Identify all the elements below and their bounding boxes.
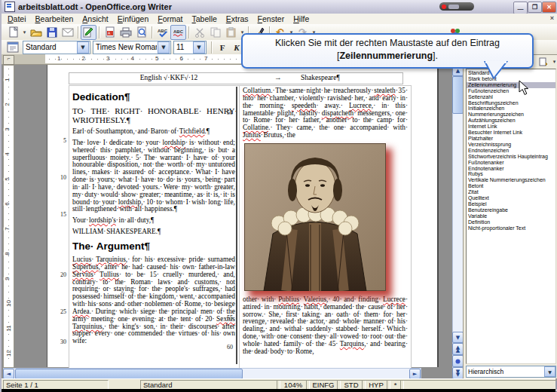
email-icon[interactable]: [60, 25, 75, 40]
paragraph-style-combo[interactable]: Standard ▼: [23, 41, 90, 54]
chevron-down-icon[interactable]: ▼: [193, 41, 205, 54]
left-column: Dedication¶ TO· THE· RIGHT· HONORABLE· H…: [69, 85, 241, 370]
column-separator-line: [236, 87, 237, 364]
ruler-number: 5: [155, 55, 158, 62]
previous-page-icon[interactable]: ▲▲: [452, 343, 464, 355]
misspelled-word: Tichfield: [179, 127, 205, 135]
save-icon[interactable]: [44, 25, 60, 40]
new-document-icon[interactable]: [5, 25, 21, 40]
style-item[interactable]: Endnotenanker: [467, 166, 555, 172]
style-item[interactable]: Aufzählungszeichen: [467, 118, 555, 124]
misspelled-word: Tarquinius: [72, 323, 103, 330]
misspelled-word: lordship: [118, 198, 141, 206]
shakespeare-portrait[interactable]: [244, 143, 386, 291]
menu-item-fenster[interactable]: Fenster: [253, 14, 289, 23]
ruler-number: 2: [4, 103, 11, 106]
font-name-combo[interactable]: Times New Roman ▼: [93, 41, 171, 54]
new-style-from-selection-icon[interactable]: [537, 56, 549, 68]
navigation-icon[interactable]: [452, 355, 464, 367]
chevron-down-icon[interactable]: ▼: [77, 41, 89, 54]
stylist-toggle-icon[interactable]: [5, 40, 20, 55]
scroll-right-icon[interactable]: ►: [409, 369, 421, 379]
style-item[interactable]: Stark betont: [467, 76, 555, 82]
menu-item-ansicht[interactable]: Ansicht: [78, 14, 112, 23]
vertical-ruler[interactable]: 123456789101112: [3, 65, 14, 368]
ruler-number: 10: [5, 300, 12, 307]
style-item[interactable]: Variable: [467, 213, 555, 219]
vertical-scrollbar-thumb[interactable]: [452, 76, 464, 114]
edit-file-icon[interactable]: [81, 25, 96, 40]
next-page-icon[interactable]: ▼▼: [452, 367, 464, 379]
style-item[interactable]: Beschriftungszeichen: [467, 100, 555, 106]
new-document-dropdown-icon[interactable]: ▾: [21, 29, 28, 35]
window-bottom-edge: [2, 389, 555, 392]
style-item[interactable]: Fußnotenzeichen: [467, 88, 555, 94]
cut-icon[interactable]: [191, 25, 207, 40]
style-item[interactable]: Beispiel: [467, 201, 555, 207]
style-item[interactable]: Platzhalter: [467, 136, 555, 142]
style-item[interactable]: Seitenzahl: [467, 94, 555, 100]
style-item[interactable]: Besuchter Internet Link: [467, 130, 555, 136]
scroll-left-icon[interactable]: ◄: [3, 369, 14, 379]
style-item[interactable]: Verzeichnissprung: [467, 142, 555, 148]
menu-item-format[interactable]: Format: [153, 14, 187, 23]
window-title: arbeitsblatt.odt - OpenOffice.org Writer: [18, 2, 172, 11]
spellcheck-icon[interactable]: ABC: [155, 25, 170, 40]
bold-button[interactable]: F: [216, 43, 228, 52]
menu-item-extras[interactable]: Extras: [222, 14, 253, 23]
toolbar-separator: [151, 26, 152, 38]
svg-text:ABC: ABC: [173, 29, 184, 34]
toolbar-separator: [78, 26, 78, 38]
style-item[interactable]: Rubys: [467, 171, 555, 177]
menu-item-tabelle[interactable]: Tabelle: [188, 14, 222, 23]
page-preview-icon[interactable]: [133, 25, 149, 40]
restore-button[interactable]: ❐: [528, 2, 542, 13]
copy-icon[interactable]: [207, 25, 223, 40]
tab-type-selector[interactable]: ⌐: [3, 55, 14, 65]
new-style-dropdown-icon[interactable]: ▾: [551, 59, 557, 65]
ruler-number: 3: [106, 55, 109, 62]
chevron-down-icon[interactable]: ▼: [544, 366, 555, 377]
statusbar: Seite 1 / 1 Standard 104% EINFG STD HYP …: [2, 378, 555, 390]
style-item[interactable]: Fußnotenanker: [467, 160, 555, 166]
style-item[interactable]: Nicht-proportionaler Text: [467, 225, 555, 231]
style-item[interactable]: Zitat: [467, 189, 555, 195]
style-item[interactable]: Stichwortverzeichnis Haupteintrag: [467, 154, 555, 160]
auto-spellcheck-icon[interactable]: ABC: [170, 25, 186, 40]
style-item[interactable]: Benutzereingabe: [467, 207, 555, 213]
menu-item-datei[interactable]: Datei: [3, 14, 31, 23]
style-item[interactable]: Internet Link: [467, 124, 555, 130]
horizontal-scrollbar-thumb[interactable]: [15, 369, 243, 379]
misspelled-word: Valerius: [304, 296, 326, 303]
misspelled-word: Lucrece: [383, 296, 406, 303]
style-item[interactable]: Quelltext: [467, 195, 555, 201]
style-item[interactable]: Endnotenzeichen: [467, 148, 555, 154]
style-item[interactable]: Vertikale Nummerierungszeichen: [467, 177, 555, 183]
close-button[interactable]: ✕: [542, 2, 556, 13]
style-item[interactable]: Initialenzeichen: [467, 106, 555, 112]
document-page[interactable]: English √·KKF√·12 → Shakespeare¶ Dedicat…: [47, 65, 439, 367]
style-item[interactable]: Definition: [467, 219, 555, 225]
print-icon[interactable]: [118, 25, 133, 40]
ruler-number: 4: [131, 55, 134, 62]
style-item[interactable]: Zeilennummerierung: [467, 82, 555, 88]
open-icon[interactable]: [28, 25, 44, 40]
scroll-down-icon[interactable]: ▼: [452, 332, 464, 343]
app-icon: [5, 2, 15, 12]
chevron-down-icon[interactable]: ▼: [158, 41, 170, 54]
paste-icon[interactable]: [223, 25, 239, 40]
paragraph-signature: WILLIAM· SHAKESPEARE.¶: [72, 228, 237, 236]
stylist-view-combo[interactable]: Hierarchisch ▼: [466, 366, 556, 378]
ruler-number: 1: [4, 78, 11, 81]
font-size-combo[interactable]: 11 ▼: [173, 41, 207, 54]
minimize-button[interactable]: —: [513, 2, 528, 14]
menu-item-bearbeiten[interactable]: Bearbeiten: [31, 14, 78, 23]
export-pdf-icon[interactable]: A: [102, 25, 118, 40]
style-item[interactable]: Standard: [467, 70, 555, 76]
menu-item-hilfe[interactable]: Hilfe: [289, 14, 314, 23]
line-number: 30: [53, 338, 66, 345]
close-document-button[interactable]: ×: [550, 14, 554, 22]
style-item[interactable]: Nummerierungszeichen: [467, 112, 555, 118]
style-item[interactable]: Betont: [467, 183, 555, 189]
menu-item-einfügen[interactable]: Einfügen: [113, 14, 153, 23]
